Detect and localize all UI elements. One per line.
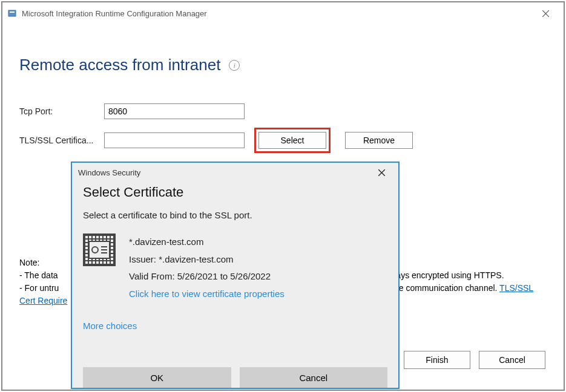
certificate-issuer: Issuer: *.davizen-test.com <box>129 251 285 269</box>
page-heading-text: Remote access from intranet <box>19 56 220 74</box>
page-heading: Remote access from intranet i <box>19 56 547 74</box>
cert-row: TLS/SSL Certifica... Select Remove <box>19 128 547 153</box>
close-icon <box>542 10 549 17</box>
more-choices-link[interactable]: More choices <box>83 321 387 331</box>
remove-button[interactable]: Remove <box>345 132 413 149</box>
security-dialog-heading: Select Certificate <box>83 185 387 200</box>
security-ok-button[interactable]: OK <box>83 367 231 388</box>
select-button[interactable]: Select <box>258 132 326 149</box>
certificate-row[interactable]: *.davizen-test.com Issuer: *.davizen-tes… <box>83 234 387 302</box>
security-dialog-instruction: Select a certificate to bind to the SSL … <box>83 210 387 220</box>
titlebar: Microsoft Integration Runtime Configurat… <box>2 2 564 24</box>
content-area: Remote access from intranet i Tcp Port: … <box>2 24 564 171</box>
svg-rect-0 <box>8 10 16 16</box>
security-cancel-button[interactable]: Cancel <box>240 367 388 388</box>
tcp-port-input[interactable] <box>104 103 245 119</box>
svg-rect-1 <box>10 11 15 13</box>
tcp-port-label: Tcp Port: <box>19 106 104 116</box>
footer-buttons: Finish Cancel <box>404 351 545 369</box>
window-title: Microsoft Integration Runtime Configurat… <box>22 9 532 18</box>
certificate-validity: Valid From: 5/26/2021 to 5/26/2022 <box>129 268 285 286</box>
security-dialog-titlebar: Windows Security <box>72 163 398 182</box>
finish-button[interactable]: Finish <box>404 351 470 369</box>
windows-security-dialog: Windows Security Select Certificate Sele… <box>71 162 400 389</box>
app-icon <box>7 8 17 18</box>
certificate-details: *.davizen-test.com Issuer: *.davizen-tes… <box>129 234 285 302</box>
cancel-button[interactable]: Cancel <box>479 351 545 369</box>
cert-label: TLS/SSL Certifica... <box>19 136 104 145</box>
info-icon[interactable]: i <box>229 60 240 71</box>
certificate-icon <box>83 234 116 266</box>
view-certificate-properties-link[interactable]: Click here to view certificate propertie… <box>129 286 285 303</box>
security-dialog-title: Windows Security <box>78 168 370 177</box>
certificate-name: *.davizen-test.com <box>129 234 285 251</box>
tcp-port-row: Tcp Port: <box>19 103 547 119</box>
close-icon <box>378 169 385 176</box>
security-dialog-close-button[interactable] <box>370 165 392 180</box>
main-window: Microsoft Integration Runtime Configurat… <box>1 1 565 391</box>
select-button-highlight: Select <box>254 128 331 153</box>
security-dialog-buttons: OK Cancel <box>83 367 387 388</box>
cert-input[interactable] <box>104 132 245 148</box>
security-dialog-body: Select Certificate Select a certificate … <box>72 182 398 331</box>
window-close-button[interactable] <box>532 4 559 22</box>
